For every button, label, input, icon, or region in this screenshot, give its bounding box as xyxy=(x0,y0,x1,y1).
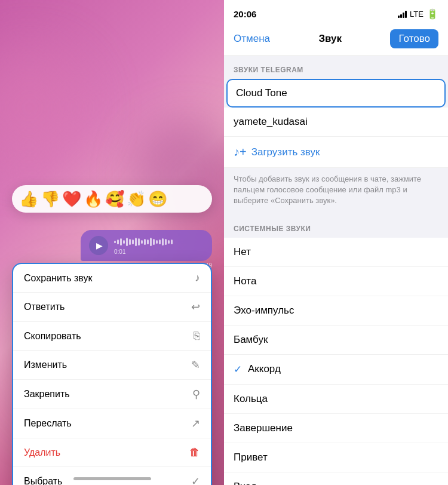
voice-duration: 0:01 xyxy=(114,248,204,255)
sound-name-7: Привет xyxy=(234,452,438,463)
wave-bar-4 xyxy=(126,238,128,246)
sound-item-бамбук[interactable]: Бамбук xyxy=(224,326,448,355)
context-menu-item-copy[interactable]: Скопировать⎘ xyxy=(13,322,211,351)
sound-name-cloud-tone: Cloud Tone xyxy=(236,87,436,99)
wave-bar-9 xyxy=(141,240,143,244)
wave-bar-7 xyxy=(135,238,137,246)
lte-indicator: LTE xyxy=(410,10,424,19)
nav-bar: Отмена Звук Готово xyxy=(224,23,448,56)
sound-item-нота[interactable]: Нота xyxy=(224,267,448,296)
status-time: 20:06 xyxy=(234,9,256,19)
wave-bar-6 xyxy=(132,240,134,244)
page-title: Звук xyxy=(318,33,342,45)
wave-bar-5 xyxy=(129,239,131,245)
sound-name-0: Нет xyxy=(234,246,438,258)
wave-bar-8 xyxy=(138,238,140,245)
context-menu-item-delete[interactable]: Удалить🗑 xyxy=(13,438,211,467)
sound-name-5: Кольца xyxy=(234,393,438,405)
sound-item-аккорд[interactable]: ✓Аккорд xyxy=(224,355,448,385)
battery-icon: 🔋 xyxy=(426,8,438,20)
context-menu-icon-reply: ↩ xyxy=(191,300,200,314)
wave-bar-1 xyxy=(117,240,119,244)
context-menu-label-select: Выбрать xyxy=(24,476,62,485)
emoji-5[interactable]: 👏 xyxy=(127,191,146,207)
sound-name-2: Эхо-импульс xyxy=(234,305,438,317)
emoji-4[interactable]: 🥰 xyxy=(105,191,124,207)
context-menu-icon-copy: ⎘ xyxy=(194,330,200,342)
context-menu-label-pin: Закрепить xyxy=(24,389,70,400)
info-text: Чтобы добавить звук из сообщения в чате,… xyxy=(224,168,448,215)
context-menu: Сохранить звук♪Ответить↩Скопировать⎘Изме… xyxy=(12,263,212,485)
emoji-0[interactable]: 👍 xyxy=(19,191,38,207)
sound-item-привет[interactable]: Привет xyxy=(224,443,448,472)
context-menu-item-edit[interactable]: Изменить✎ xyxy=(13,351,211,380)
wave-bar-12 xyxy=(150,238,152,246)
status-icons: LTE 🔋 xyxy=(398,8,438,20)
telegram-section-header: ЗВУКИ TELEGRAM xyxy=(224,56,448,79)
sound-name-8: Вход xyxy=(234,481,438,485)
cancel-button[interactable]: Отмена xyxy=(234,33,270,45)
context-menu-icon-pin: ⚲ xyxy=(192,388,200,401)
context-menu-icon-delete: 🗑 xyxy=(189,446,200,459)
context-menu-icon-edit: ✎ xyxy=(191,358,200,372)
sound-item-cloud-tone[interactable]: Cloud Tone xyxy=(226,79,446,108)
context-menu-label-delete: Удалить xyxy=(24,447,60,458)
sound-item-нет[interactable]: Нет xyxy=(224,238,448,267)
emoji-3[interactable]: 🔥 xyxy=(84,191,103,207)
context-menu-item-save[interactable]: Сохранить звук♪ xyxy=(13,264,211,293)
wave-bar-14 xyxy=(156,240,158,244)
sound-item-завершение[interactable]: Завершение xyxy=(224,414,448,443)
upload-label: Загрузить звук xyxy=(251,146,320,158)
wave-bar-17 xyxy=(165,239,167,245)
signal-bar-1 xyxy=(398,16,400,18)
upload-sound-item[interactable]: ♪+ Загрузить звук xyxy=(224,137,448,168)
home-indicator xyxy=(73,477,151,480)
sound-item-yamete[interactable]: yamete_kudasai xyxy=(224,108,448,137)
signal-bar-2 xyxy=(400,14,402,18)
context-menu-icon-select: ✓ xyxy=(191,475,200,485)
signal-bar-4 xyxy=(405,11,407,18)
context-menu-item-forward[interactable]: Переслать↗ xyxy=(13,409,211,438)
sound-name-1: Нота xyxy=(234,275,438,287)
sound-name-4: Аккорд xyxy=(248,363,438,375)
sound-item-вход[interactable]: Вход xyxy=(224,472,448,485)
wave-bar-15 xyxy=(159,240,161,244)
upload-icon: ♪+ xyxy=(234,145,247,159)
wave-bar-11 xyxy=(147,240,149,244)
sound-name-6: Завершение xyxy=(234,422,438,434)
left-panel: 👍👎❤️🔥🥰👏😁 ▶ 0:01 19:49 Сохранить звук♪Отв… xyxy=(0,0,224,485)
emoji-2[interactable]: ❤️ xyxy=(62,191,81,207)
done-button[interactable]: Готово xyxy=(390,29,438,48)
context-menu-label-copy: Скопировать xyxy=(24,331,81,342)
emoji-reaction-bar[interactable]: 👍👎❤️🔥🥰👏😁 xyxy=(12,185,212,213)
wave-bar-0 xyxy=(114,241,116,243)
system-sounds-list: НетНотаЭхо-импульсБамбук✓АккордКольцаЗав… xyxy=(224,238,448,485)
right-panel: 20:06 LTE 🔋 Отмена Звук Готово ЗВУКИ TEL… xyxy=(224,0,448,485)
wave-bar-13 xyxy=(153,239,155,245)
signal-bars xyxy=(398,11,407,18)
system-section-header: СИСТЕМНЫЕ ЗВУКИ xyxy=(224,215,448,238)
emoji-6[interactable]: 😁 xyxy=(148,191,167,207)
context-menu-icon-forward: ↗ xyxy=(191,417,200,430)
sound-name-3: Бамбук xyxy=(234,334,438,346)
play-icon: ▶ xyxy=(96,241,103,250)
emoji-1[interactable]: 👎 xyxy=(41,191,60,207)
signal-bar-3 xyxy=(403,13,404,18)
voice-message-bubble[interactable]: ▶ 0:01 xyxy=(81,230,212,261)
wave-bar-16 xyxy=(162,238,164,245)
wave-bar-2 xyxy=(120,238,122,245)
sound-item-эхо-импульс[interactable]: Эхо-импульс xyxy=(224,296,448,326)
blur-decoration-1 xyxy=(0,48,90,167)
wave-bar-3 xyxy=(123,240,125,244)
context-menu-label-reply: Ответить xyxy=(24,302,65,312)
play-button[interactable]: ▶ xyxy=(89,236,108,255)
wave-bar-10 xyxy=(144,239,146,245)
context-menu-icon-save: ♪ xyxy=(195,272,200,284)
voice-waveform: 0:01 xyxy=(114,237,204,255)
sound-item-кольца[interactable]: Кольца xyxy=(224,385,448,414)
context-menu-label-forward: Переслать xyxy=(24,418,72,429)
wave-bar-19 xyxy=(171,240,173,244)
context-menu-item-pin[interactable]: Закрепить⚲ xyxy=(13,380,211,409)
context-menu-item-reply[interactable]: Ответить↩ xyxy=(13,293,211,322)
context-menu-item-select[interactable]: Выбрать✓ xyxy=(13,467,211,485)
